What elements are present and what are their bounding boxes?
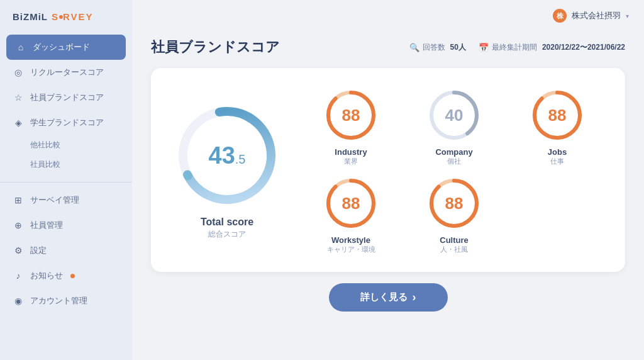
sidebar-item-recruiter-score[interactable]: ◎ リクルータースコア — [0, 60, 132, 85]
member-management-icon: ⊕ — [13, 220, 24, 230]
company-dropdown-chevron[interactable]: ▾ — [626, 13, 629, 20]
logo-survey: SRVEY — [52, 11, 94, 22]
logo: BiZMiL SRVEY — [0, 0, 132, 31]
score-card: 43.5 Total score 総合スコア 88 Industry 業界 — [151, 68, 625, 272]
sub-score-workstyle: 88 Workstyle キャリア・環境 — [306, 175, 396, 254]
sidebar-item-label: 学生ブランドスコア — [30, 117, 104, 128]
sidebar-item-notifications[interactable]: ♪ お知らせ — [0, 263, 132, 288]
sub-score-label-en-culture: Culture — [440, 235, 469, 245]
sub-score-label-ja-jobs: 仕事 — [548, 157, 567, 166]
card-footer: 詳しく見る › — [151, 283, 625, 312]
sub-score-value-jobs: 88 — [548, 106, 567, 125]
sidebar-item-student-brand-score[interactable]: ◈ 学生ブランドスコア — [0, 110, 132, 135]
main-content: 株 株式会社摂羽 ▾ 社員ブランドスコア 🔍 回答数 50人 📅 最終集計期間 … — [132, 0, 644, 360]
subitem-label: 他社比較 — [30, 140, 60, 149]
response-label: 回答数 — [423, 42, 445, 53]
settings-icon: ⚙ — [13, 245, 24, 256]
account-icon: ◉ — [13, 296, 24, 306]
sub-score-label-ja-culture: 人・社風 — [440, 245, 469, 254]
total-score-decimal: .5 — [235, 152, 246, 166]
sidebar-item-dashboard[interactable]: ⌂ ダッシュボード — [6, 35, 126, 60]
total-score-section: 43.5 Total score 総合スコア — [174, 102, 280, 240]
sub-score-value-company: 40 — [445, 106, 464, 125]
sub-score-labels-workstyle: Workstyle キャリア・環境 — [327, 235, 375, 254]
meta-info: 🔍 回答数 50人 📅 最終集計期間 2020/12/22〜2021/06/22 — [409, 42, 625, 53]
total-score-number: 43 — [209, 142, 235, 168]
sidebar-subitem-employee-comparison[interactable]: 社員比較 — [0, 155, 132, 174]
sub-score-label-ja-company: 個社 — [435, 157, 472, 166]
sub-score-labels-culture: Culture 人・社風 — [440, 235, 469, 254]
period-label: 最終集計期間 — [492, 42, 537, 53]
detail-button-chevron: › — [413, 291, 416, 304]
page-header: 社員ブランドスコア 🔍 回答数 50人 📅 最終集計期間 2020/12/22〜… — [151, 38, 625, 57]
notification-dot — [70, 274, 75, 278]
subitem-label: 社員比較 — [30, 160, 60, 169]
survey-management-icon: ⊞ — [13, 195, 24, 205]
sidebar-item-account[interactable]: ◉ アカウント管理 — [0, 288, 132, 313]
sidebar-item-label: ダッシュボード — [33, 42, 90, 53]
sidebar-item-label: サーベイ管理 — [30, 194, 79, 206]
company-name: 株式会社摂羽 — [572, 10, 621, 21]
company-icon: 株 — [553, 9, 567, 23]
sidebar-item-label: 社員管理 — [30, 220, 63, 231]
sub-scores-grid: 88 Industry 業界 40 Company 個社 — [306, 87, 602, 254]
sub-score-industry: 88 Industry 業界 — [306, 87, 396, 166]
home-icon: ⌂ — [15, 42, 26, 52]
total-score-sublabel: 総合スコア — [208, 229, 246, 240]
sub-score-jobs: 88 Jobs 仕事 — [512, 87, 602, 166]
logo-bizmil: BiZMiL — [13, 11, 48, 22]
top-bar: 株 株式会社摂羽 ▾ — [132, 0, 644, 31]
sidebar-item-member-management[interactable]: ⊕ 社員管理 — [0, 213, 132, 238]
sub-circle-culture: 88 — [426, 175, 482, 232]
sub-circle-company: 40 — [426, 87, 482, 143]
sub-score-label-ja-industry: 業界 — [335, 157, 367, 166]
sub-score-label-en-industry: Industry — [335, 147, 367, 157]
notification-icon: ♪ — [13, 271, 24, 281]
sub-score-value-culture: 88 — [445, 194, 464, 213]
detail-button[interactable]: 詳しく見る › — [329, 283, 448, 312]
sidebar-subitem-other-company[interactable]: 他社比較 — [0, 135, 132, 155]
sub-score-label-en-workstyle: Workstyle — [327, 235, 375, 245]
sub-circle-industry: 88 — [323, 87, 379, 143]
student-brand-icon: ◈ — [13, 118, 24, 128]
sub-score-label-en-jobs: Jobs — [548, 147, 567, 157]
detail-button-label: 詳しく見る — [360, 291, 408, 303]
sub-score-culture: 88 Culture 人・社風 — [409, 175, 499, 254]
response-count-item: 🔍 回答数 50人 — [409, 42, 466, 53]
sidebar-item-label: 社員ブランドスコア — [30, 92, 104, 103]
sub-circle-workstyle: 88 — [323, 175, 379, 232]
page-title: 社員ブランドスコア — [151, 38, 280, 57]
total-score-circle: 43.5 — [174, 102, 280, 209]
sidebar-item-employee-brand-score[interactable]: ☆ 社員ブランドスコア — [0, 85, 132, 110]
sidebar-nav: ⌂ ダッシュボード ◎ リクルータースコア ☆ 社員ブランドスコア ◈ 学生ブラ… — [0, 31, 132, 360]
sidebar: BiZMiL SRVEY ⌂ ダッシュボード ◎ リクルータースコア ☆ 社員ブ… — [0, 0, 132, 360]
sub-score-labels-industry: Industry 業界 — [335, 147, 367, 166]
employee-brand-icon: ☆ — [13, 93, 24, 103]
sub-score-value-workstyle: 88 — [342, 194, 360, 213]
sub-score-label-ja-workstyle: キャリア・環境 — [327, 245, 375, 254]
recruiter-icon: ◎ — [13, 67, 24, 77]
sidebar-item-label: お知らせ — [30, 270, 63, 281]
response-count: 50人 — [450, 42, 466, 53]
search-icon: 🔍 — [409, 43, 419, 52]
total-score-label: Total score — [201, 217, 253, 228]
sub-score-company: 40 Company 個社 — [409, 87, 499, 166]
sub-score-labels-company: Company 個社 — [435, 147, 472, 166]
sidebar-item-label: リクルータースコア — [30, 67, 104, 78]
calendar-icon: 📅 — [479, 43, 489, 52]
sub-score-labels-jobs: Jobs 仕事 — [548, 147, 567, 166]
sub-score-label-en-company: Company — [435, 147, 472, 157]
sidebar-item-settings[interactable]: ⚙ 設定 — [0, 238, 132, 263]
period-value: 2020/12/22〜2021/06/22 — [542, 42, 625, 53]
period-item: 📅 最終集計期間 2020/12/22〜2021/06/22 — [479, 42, 625, 53]
sidebar-item-survey-management[interactable]: ⊞ サーベイ管理 — [0, 188, 132, 213]
sidebar-item-label: アカウント管理 — [30, 295, 87, 307]
sub-circle-jobs: 88 — [529, 87, 586, 143]
total-score-value: 43.5 — [209, 142, 246, 169]
sidebar-item-label: 設定 — [30, 245, 47, 256]
sub-score-value-industry: 88 — [342, 106, 360, 125]
